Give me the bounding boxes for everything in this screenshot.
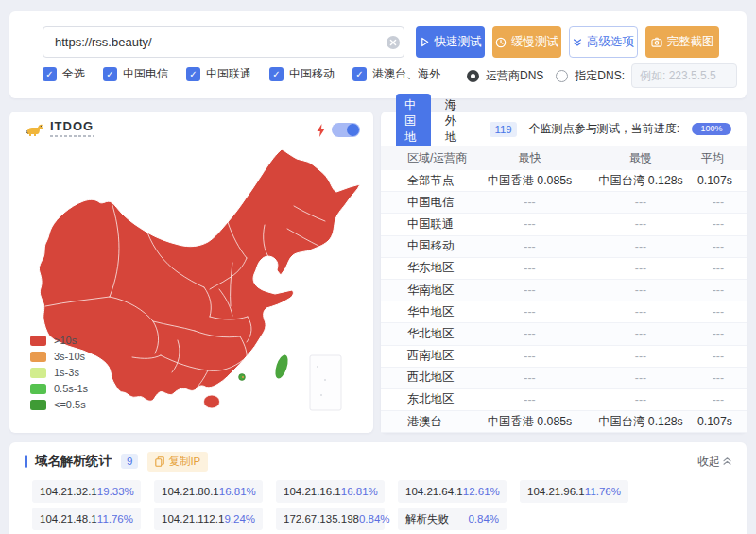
table-cell: --- <box>584 393 697 406</box>
table-cell: --- <box>475 327 584 340</box>
table-row: 华中地区--------- <box>381 301 747 323</box>
isp-checkbox-label: 中国电信 <box>123 66 168 82</box>
accent-bar <box>25 455 27 468</box>
results-table-header: 区域/运营商 最快 最慢 平均 <box>381 146 747 170</box>
progress-bar: 100% <box>692 123 731 135</box>
isp-checkbox-label: 港澳台、海外 <box>372 66 440 82</box>
isp-checkbox[interactable]: ✓中国电信 <box>103 66 168 82</box>
carrier-dns-radio[interactable] <box>467 70 479 82</box>
table-cell: --- <box>584 196 697 209</box>
table-cell: 华北地区 <box>381 326 475 342</box>
clock-icon <box>495 37 507 48</box>
itdog-logo-text: ITDOG <box>50 121 94 132</box>
dns-ip-percent: 16.81% <box>341 486 378 497</box>
table-cell: --- <box>584 262 697 275</box>
table-row: 全部节点中国香港 0.085s中国台湾 0.128s0.107s <box>381 170 747 192</box>
dns-ip-value: 104.21.80.1 <box>162 486 219 497</box>
isp-checkbox-label: 全选 <box>62 66 85 82</box>
legend-swatch <box>30 368 46 378</box>
custom-dns-input[interactable] <box>631 63 737 88</box>
dns-ip-chip: 104.21.80.116.81% <box>154 480 263 503</box>
table-row: 华北地区--------- <box>381 323 747 345</box>
table-row: 华东地区--------- <box>381 258 747 280</box>
dns-ip-percent: 0.84% <box>468 513 499 525</box>
lightning-icon <box>317 124 325 137</box>
progress-label: 个监测点参与测试，当前进度: <box>529 121 679 137</box>
dns-count-badge: 9 <box>121 454 138 469</box>
dns-stats-card: 域名解析统计 9 复制IP 收起 104.21.32.119.33%104.21… <box>9 442 747 534</box>
legend-label: 3s-10s <box>54 351 85 362</box>
dns-ip-value: 104.21.16.1 <box>284 486 341 497</box>
table-row: 西南地区--------- <box>381 346 747 368</box>
dns-ip-value: 104.21.112.1 <box>162 513 224 525</box>
dns-ip-percent: 12.61% <box>463 486 500 497</box>
dns-ip-value: 104.21.64.1 <box>405 486 463 497</box>
table-row: 西北地区--------- <box>381 368 747 389</box>
table-cell: --- <box>697 240 747 253</box>
isp-checkbox[interactable]: ✓港澳台、海外 <box>352 66 440 82</box>
isp-checkbox[interactable]: ✓中国联通 <box>186 66 251 82</box>
full-screenshot-button[interactable]: 完整截图 <box>645 26 719 58</box>
realtime-toggle[interactable] <box>332 123 360 137</box>
table-cell: 中国台湾 0.128s <box>584 173 697 189</box>
copy-ip-button[interactable]: 复制IP <box>147 452 208 472</box>
isp-checkbox[interactable]: ✓全选 <box>43 66 85 82</box>
dns-ip-chip: 172.67.135.1980.84% <box>276 508 385 530</box>
col-fastest: 最快 <box>475 150 584 166</box>
custom-dns-radio[interactable] <box>556 70 568 82</box>
legend-label: >10s <box>54 335 77 346</box>
advanced-options-button[interactable]: 高级选项 <box>569 26 638 58</box>
table-cell: 中国联通 <box>381 216 475 233</box>
advanced-options-label: 高级选项 <box>587 34 634 50</box>
table-cell: 中国台湾 0.128s <box>584 414 697 430</box>
table-cell: --- <box>475 393 584 406</box>
legend-swatch <box>30 336 46 346</box>
hongkong-marker-dot <box>242 376 244 378</box>
legend-item: 0.5s-1s <box>30 383 88 394</box>
table-cell: --- <box>475 284 584 297</box>
clear-input-icon[interactable] <box>386 35 401 50</box>
collapse-label: 收起 <box>697 454 720 470</box>
url-input[interactable] <box>43 26 404 58</box>
dns-ip-chip: 104.21.96.111.76% <box>520 480 628 503</box>
isp-checkbox[interactable]: ✓中国移动 <box>269 66 335 82</box>
slow-test-button[interactable]: 缓慢测试 <box>492 26 561 58</box>
checkbox-checked-icon: ✓ <box>186 67 200 81</box>
dns-ip-list: 104.21.32.119.33%104.21.80.116.81%104.21… <box>9 480 747 530</box>
table-row: 华南地区--------- <box>381 280 747 301</box>
col-region: 区域/运营商 <box>381 150 475 166</box>
table-cell: --- <box>584 284 697 297</box>
table-cell: 港澳台 <box>381 414 475 430</box>
node-count-badge: 119 <box>490 122 516 137</box>
results-table: 区域/运营商 最快 最慢 平均 全部节点中国香港 0.085s中国台湾 0.12… <box>381 146 747 433</box>
isp-checkbox-row: ✓全选✓中国电信✓中国联通✓中国移动✓港澳台、海外 <box>43 66 440 82</box>
test-toolbar-card: 快速测试 缓慢测试 高级选项 完整截图 ✓全选✓中国电信✓中国联通✓中国移动✓港… <box>9 11 747 98</box>
table-cell: --- <box>697 262 747 275</box>
dns-ip-chip: 104.21.48.111.76% <box>32 508 141 530</box>
itdog-logo: ITDOG <box>25 121 94 138</box>
table-cell: --- <box>584 240 697 253</box>
table-cell: 0.107s <box>697 174 755 187</box>
dns-ip-percent: 9.24% <box>224 513 255 525</box>
table-row: 中国电信--------- <box>381 192 747 214</box>
dns-ip-chip: 104.21.32.119.33% <box>32 480 141 503</box>
legend-swatch <box>30 384 46 394</box>
table-cell: 全部节点 <box>381 173 475 189</box>
checkbox-checked-icon: ✓ <box>269 67 284 81</box>
collapse-button[interactable]: 收起 <box>697 454 731 470</box>
dns-stats-header: 域名解析统计 9 复制IP 收起 <box>9 442 747 480</box>
camera-icon <box>651 37 662 47</box>
legend-label: <=0.5s <box>54 399 86 410</box>
dns-ip-chip: 104.21.64.112.61% <box>398 480 507 503</box>
table-cell: --- <box>697 393 747 406</box>
table-cell: --- <box>475 240 584 253</box>
table-cell: 中国香港 0.085s <box>475 173 584 189</box>
checkbox-checked-icon: ✓ <box>352 67 367 81</box>
quick-test-button[interactable]: 快速测试 <box>416 26 485 58</box>
table-row: 中国移动--------- <box>381 236 747 258</box>
table-cell: --- <box>697 305 747 319</box>
china-map-card: ITDOG >10s3s-10s1s-3s0.5s-1s<=0.5s <box>9 112 373 433</box>
legend-label: 1s-3s <box>54 367 79 378</box>
full-screenshot-label: 完整截图 <box>667 34 714 50</box>
isp-checkbox-label: 中国联通 <box>206 66 251 82</box>
